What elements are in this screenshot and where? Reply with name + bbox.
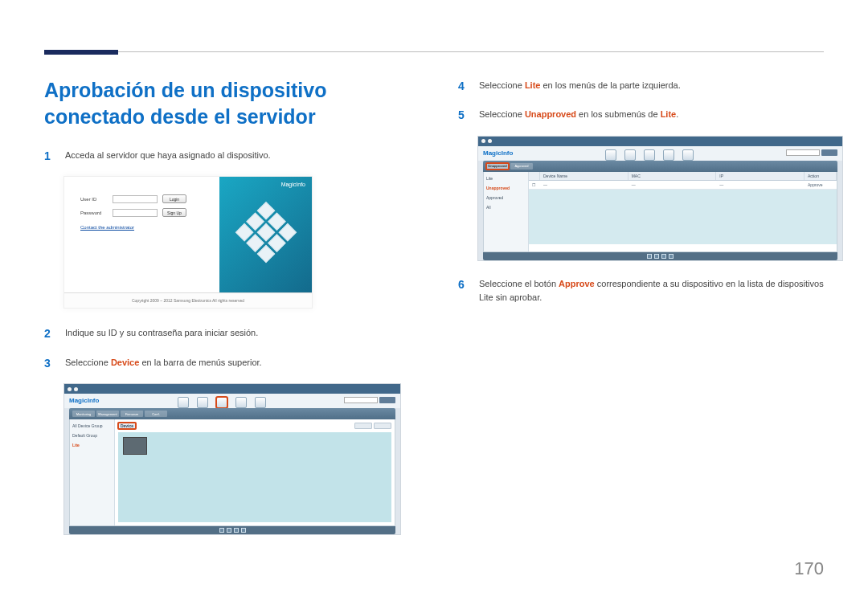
search-button[interactable] xyxy=(379,397,395,403)
menu-user-icon[interactable] xyxy=(663,149,674,161)
signup-button[interactable]: Sign Up xyxy=(162,208,186,217)
menu-schedule-icon[interactable] xyxy=(197,397,208,408)
table-row[interactable]: ☐ — — — Approve xyxy=(529,181,837,190)
step-text: Seleccione Unapproved en los submenús de… xyxy=(479,106,678,122)
status-bar xyxy=(69,526,395,534)
menu-device-icon[interactable] xyxy=(216,397,227,408)
sidebar-item[interactable]: Approved xyxy=(486,194,526,201)
contact-admin-link[interactable]: Contact the administrator xyxy=(80,225,210,230)
step-text: Seleccione el botón Approve correspondie… xyxy=(479,276,824,305)
login-pass-input[interactable] xyxy=(113,209,158,217)
pager-icon[interactable] xyxy=(219,528,224,533)
search-button[interactable] xyxy=(821,149,837,156)
window-chrome xyxy=(64,384,400,394)
menu-content-icon[interactable] xyxy=(605,149,616,161)
menu-schedule-icon[interactable] xyxy=(624,149,636,161)
step-text: Acceda al servidor que haya asignado al … xyxy=(65,147,271,163)
step-2: 2 Indique su ID y su contraseña para ini… xyxy=(44,325,410,342)
highlight-device: Device xyxy=(111,358,139,367)
step-number: 6 xyxy=(458,276,469,293)
chrome-dot-icon xyxy=(481,139,485,143)
ribbon-tabs: Monitoring Management Firmware Conf. xyxy=(69,408,395,419)
sidebar: All Device Group Default Group Lite xyxy=(70,419,115,525)
sidebar-item-lite[interactable]: Lite xyxy=(72,442,112,448)
step-number: 2 xyxy=(44,325,55,342)
step-text: Seleccione Device en la barra de menús s… xyxy=(65,354,262,370)
pager-icon[interactable] xyxy=(227,528,231,533)
ribbon-tab-unapproved[interactable]: Unapproved xyxy=(486,163,509,170)
app-brand: MagicInfo xyxy=(483,149,513,157)
chrome-dot-icon xyxy=(74,387,78,391)
highlight-lite-2: Lite xyxy=(661,109,677,119)
sidebar-item[interactable]: All xyxy=(486,204,526,210)
menu-setting-icon[interactable] xyxy=(682,149,694,161)
login-brand-visual: MagicInfo xyxy=(219,177,312,292)
ribbon-tab[interactable]: Firmware xyxy=(121,411,143,417)
ribbon-tab[interactable]: Management xyxy=(96,411,119,417)
step-3: 3 Seleccione Device en la barra de menús… xyxy=(44,354,410,372)
highlight-unapproved: Unapproved xyxy=(525,109,576,119)
screenshot-login: User ID Login Password Sign Up Contact t… xyxy=(63,176,313,309)
device-grid xyxy=(118,432,391,522)
toolbar-device-button[interactable]: Device xyxy=(118,423,136,429)
list-header: Device Name MAC IP Action xyxy=(529,172,837,181)
step-number: 5 xyxy=(458,106,469,124)
menu-setting-icon[interactable] xyxy=(255,397,266,408)
ribbon-tab-approved[interactable]: Approved xyxy=(510,163,533,170)
window-chrome xyxy=(478,137,842,146)
pager-icon[interactable] xyxy=(241,528,246,533)
menu-content-icon[interactable] xyxy=(178,397,189,408)
chrome-dot-icon xyxy=(68,387,72,391)
pager-icon[interactable] xyxy=(234,528,239,533)
screenshot-app-device: MagicInfo Monitoring Manage xyxy=(63,383,401,535)
top-menu xyxy=(178,397,266,408)
chrome-dot-icon xyxy=(488,139,492,143)
step-1: 1 Acceda al servidor que haya asignado a… xyxy=(44,147,410,165)
toolbar-button[interactable] xyxy=(374,423,391,429)
sidebar-item[interactable]: Lite xyxy=(486,175,526,182)
menu-device-icon[interactable] xyxy=(644,149,655,161)
screenshot-app-lite: MagicInfo Unapproved Approv xyxy=(477,136,843,261)
sidebar-item[interactable]: Default Group xyxy=(72,432,112,439)
pager-icon[interactable] xyxy=(654,254,659,259)
top-menu xyxy=(605,149,694,161)
left-column: Aprobación de un dispositivo conectado d… xyxy=(44,77,410,550)
pager-icon[interactable] xyxy=(647,254,652,259)
ribbon-tab[interactable]: Conf. xyxy=(145,411,167,417)
page-number: 170 xyxy=(794,558,824,579)
step-text: Seleccione Lite en los menús de la parte… xyxy=(479,77,681,93)
header-divider xyxy=(44,51,824,52)
device-tile[interactable] xyxy=(123,437,147,455)
section-title: Aprobación de un dispositivo conectado d… xyxy=(44,77,410,129)
ribbon-tabs: Unapproved Approved xyxy=(483,161,837,172)
diamond-grid-icon xyxy=(232,202,298,268)
step-number: 4 xyxy=(458,77,469,95)
login-user-label: User ID xyxy=(80,197,108,202)
step-4: 4 Seleccione Lite en los menús de la par… xyxy=(458,77,824,95)
step-6: 6 Seleccione el botón Approve correspond… xyxy=(458,276,824,305)
login-user-input[interactable] xyxy=(113,195,158,203)
sidebar-item-unapproved[interactable]: Unapproved xyxy=(486,185,526,191)
step-number: 3 xyxy=(44,354,55,372)
ribbon-tab[interactable]: Monitoring xyxy=(72,411,95,417)
search-input[interactable] xyxy=(344,397,378,403)
login-pass-label: Password xyxy=(80,210,108,215)
sidebar: Lite Unapproved Approved All xyxy=(484,172,529,251)
login-button[interactable]: Login xyxy=(162,194,186,203)
list-empty-area xyxy=(529,190,837,244)
status-bar xyxy=(483,252,837,260)
app-brand: MagicInfo xyxy=(69,397,99,404)
step-number: 1 xyxy=(44,147,55,165)
step-5: 5 Seleccione Unapproved en los submenús … xyxy=(458,106,824,124)
pager-icon[interactable] xyxy=(661,254,666,259)
pager-icon[interactable] xyxy=(669,254,674,259)
search-input[interactable] xyxy=(786,149,820,156)
toolbar-button[interactable] xyxy=(354,423,372,429)
right-column: 4 Seleccione Lite en los menús de la par… xyxy=(458,77,824,550)
login-footer-copyright: Copyright 2009 – 2012 Samsung Electronic… xyxy=(64,292,312,308)
sidebar-item[interactable]: All Device Group xyxy=(72,423,112,429)
header-accent-bar xyxy=(44,50,118,55)
step-text: Indique su ID y su contraseña para inici… xyxy=(65,325,258,341)
menu-user-icon[interactable] xyxy=(235,397,247,408)
highlight-approve: Approve xyxy=(559,279,595,288)
